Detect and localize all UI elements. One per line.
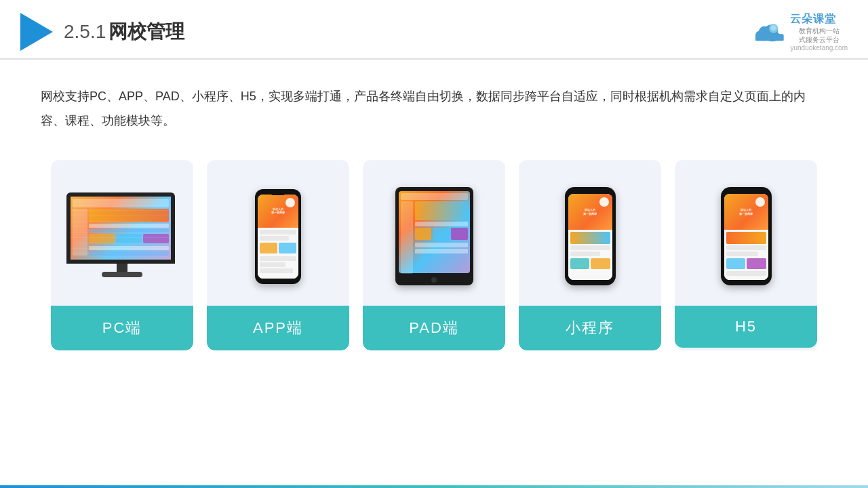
card-h5: 职达人的第一堂网课: [675, 160, 817, 350]
card-miniprogram-image: 职达人的第一堂网课: [519, 174, 661, 299]
page-title-text: 网校管理: [108, 21, 184, 42]
phone-mini-notch: [583, 190, 597, 194]
card-app-image: 职达人的第一堂网课: [207, 174, 349, 299]
card-pc-label: PC端: [51, 306, 193, 350]
phone-mini-screen: 职达人的第一堂网课: [568, 194, 612, 280]
card-pc: PC端: [51, 160, 193, 350]
svg-point-6: [771, 25, 776, 30]
header-left: 2.5.1网校管理: [20, 13, 184, 51]
phone-h5-notch: [738, 190, 753, 194]
page-title: 2.5.1网校管理: [64, 19, 184, 45]
tablet-home-button: [431, 277, 437, 283]
svg-rect-4: [755, 34, 784, 41]
phone-app-icon: 职达人的第一堂网课: [255, 189, 301, 284]
card-app-label: APP端: [207, 306, 349, 350]
card-pad-label: PAD端: [363, 306, 505, 350]
tablet-icon: [395, 187, 473, 285]
card-miniprogram-label: 小程序: [519, 306, 661, 350]
footer-line: [0, 485, 868, 488]
phone-screen: 职达人的第一堂网课: [258, 195, 298, 279]
page-title-number: 2.5.1: [64, 21, 106, 42]
cloud-icon: [752, 21, 786, 43]
monitor-screen: [66, 192, 175, 264]
brand-url: yunduoketang.com: [790, 44, 848, 52]
card-miniprogram: 职达人的第一堂网课: [519, 160, 661, 350]
tablet-content: [399, 191, 470, 277]
cards-container: PC端 职达人的第一堂网课: [0, 146, 868, 371]
phone-mini-icon: 职达人的第一堂网课: [565, 187, 616, 285]
card-app: 职达人的第一堂网课: [207, 160, 349, 350]
card-pad-image: [363, 174, 505, 299]
card-pc-image: [51, 174, 193, 299]
phone-h5-icon: 职达人的第一堂网课: [721, 187, 772, 285]
card-pad: PAD端: [363, 160, 505, 350]
brand-logo-icon: 云朵课堂 教育机构一站式服务云平台 yunduoketang.com: [752, 12, 848, 52]
phone-h5-screen: 职达人的第一堂网课: [724, 194, 768, 280]
header: 2.5.1网校管理 云朵课堂 教育机构一站式服务云平台 yunduoketang…: [0, 0, 868, 60]
phone-notch: [271, 192, 285, 195]
brand-logo: 云朵课堂 教育机构一站式服务云平台 yunduoketang.com: [752, 12, 848, 52]
logo-triangle-icon: [20, 13, 53, 51]
brand-tagline: 教育机构一站式服务云平台: [790, 26, 848, 44]
card-h5-image: 职达人的第一堂网课: [675, 174, 817, 299]
brand-main-label: 云朵课堂: [790, 12, 848, 26]
description-paragraph: 网校支持PC、APP、PAD、小程序、H5，实现多端打通，产品各终端自由切换，数…: [41, 84, 827, 133]
card-h5-label: H5: [675, 306, 817, 348]
brand-name-text: 云朵课堂 教育机构一站式服务云平台 yunduoketang.com: [790, 12, 848, 52]
description-text: 网校支持PC、APP、PAD、小程序、H5，实现多端打通，产品各终端自由切换，数…: [0, 60, 868, 146]
pc-monitor-icon: [66, 192, 178, 281]
